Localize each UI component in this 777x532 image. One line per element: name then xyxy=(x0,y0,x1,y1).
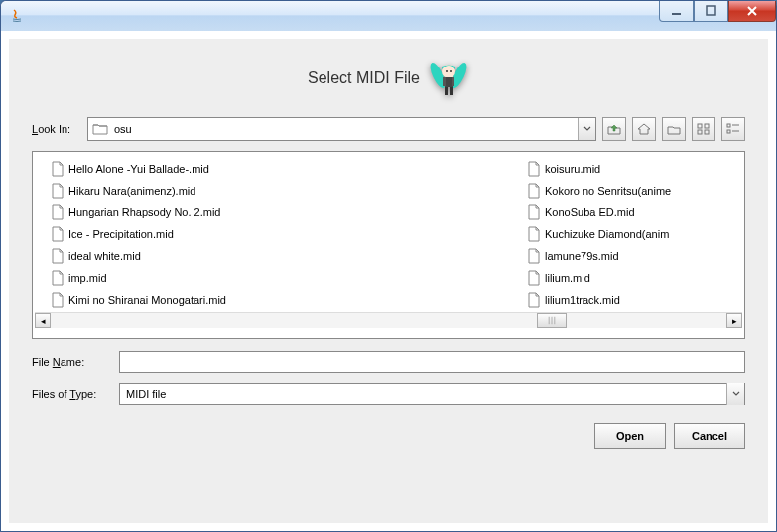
lookin-combo[interactable]: osu xyxy=(87,117,596,141)
dialog-title: Select MIDI File xyxy=(308,69,420,87)
file-item[interactable]: ideal white.mid xyxy=(35,245,511,267)
file-name: koisuru.mid xyxy=(545,163,600,175)
svg-rect-9 xyxy=(450,87,453,95)
filetype-dropdown-button[interactable] xyxy=(726,383,744,405)
filetype-label: Files of Type: xyxy=(32,388,113,400)
minimize-button[interactable] xyxy=(659,1,694,22)
dialog-window: Select MIDI File Look In: xyxy=(0,0,777,532)
new-folder-button[interactable] xyxy=(662,117,686,141)
dialog-content: Select MIDI File Look In: xyxy=(9,39,768,523)
file-name: lilium.mid xyxy=(545,272,590,284)
java-icon xyxy=(9,8,25,24)
scroll-thumb[interactable] xyxy=(537,313,567,328)
svg-rect-8 xyxy=(445,87,448,95)
file-icon xyxy=(51,292,65,308)
maximize-icon xyxy=(706,5,717,17)
svg-rect-7 xyxy=(452,77,454,86)
svg-rect-0 xyxy=(672,13,681,15)
file-icon xyxy=(51,248,65,264)
file-item[interactable]: Kokoro no Senritsu(anime xyxy=(511,180,710,201)
file-item[interactable]: Hikaru Nara(animenz).mid xyxy=(35,180,511,201)
file-icon xyxy=(51,183,65,199)
svg-rect-18 xyxy=(727,130,730,133)
svg-rect-1 xyxy=(707,6,715,15)
up-folder-icon xyxy=(606,122,622,136)
chevron-down-icon xyxy=(583,126,591,132)
dialog-header: Select MIDI File xyxy=(32,58,745,99)
list-view-icon xyxy=(696,122,712,136)
file-name: Kuchizuke Diamond(anim xyxy=(545,228,669,240)
file-item[interactable]: koisuru.mid xyxy=(511,158,710,180)
miku-avatar xyxy=(428,58,469,99)
file-name: lilium1track.mid xyxy=(545,294,620,306)
file-icon xyxy=(51,270,65,286)
file-item[interactable]: Ice - Precipitation.mid xyxy=(35,223,511,245)
svg-rect-12 xyxy=(698,124,702,128)
detail-view-button[interactable] xyxy=(721,117,745,141)
folder-icon xyxy=(92,122,108,136)
file-icon xyxy=(51,204,65,220)
filename-label: File Name: xyxy=(32,356,113,368)
file-item[interactable]: lamune79s.mid xyxy=(511,245,710,267)
file-item[interactable]: lilium1track.mid xyxy=(511,289,710,311)
button-row: Open Cancel xyxy=(32,423,745,449)
file-name: imp.mid xyxy=(68,272,107,284)
file-name: Kokoro no Senritsu(anime xyxy=(545,185,671,197)
window-controls xyxy=(659,1,776,22)
file-icon xyxy=(527,270,541,286)
file-name: lamune79s.mid xyxy=(545,250,619,262)
horizontal-scrollbar[interactable]: ◂ ▸ xyxy=(35,312,742,328)
file-item[interactable]: Hungarian Rhapsody No. 2.mid xyxy=(35,201,511,223)
home-button[interactable] xyxy=(632,117,656,141)
filetype-row: Files of Type: MIDI file xyxy=(32,383,745,405)
svg-point-11 xyxy=(450,70,452,72)
svg-rect-16 xyxy=(727,124,730,127)
file-item[interactable]: imp.mid xyxy=(35,267,511,289)
scroll-left-button[interactable]: ◂ xyxy=(35,313,51,328)
filename-input[interactable] xyxy=(119,351,745,373)
filename-row: File Name: xyxy=(32,351,745,373)
open-button[interactable]: Open xyxy=(594,423,666,449)
lookin-label: Look In: xyxy=(32,123,81,135)
lookin-row: Look In: osu xyxy=(32,117,745,141)
file-name: Hello Alone -Yui Ballade-.mid xyxy=(68,163,209,175)
svg-point-10 xyxy=(446,70,448,72)
new-folder-icon xyxy=(666,122,682,136)
file-list[interactable]: Hello Alone -Yui Ballade-.midHikaru Nara… xyxy=(35,158,742,312)
svg-rect-6 xyxy=(443,77,446,86)
scroll-track[interactable] xyxy=(51,313,726,328)
file-name: Hungarian Rhapsody No. 2.mid xyxy=(68,206,220,218)
svg-rect-15 xyxy=(705,130,709,134)
file-item[interactable]: Kuchizuke Diamond(anim xyxy=(511,223,710,245)
file-icon xyxy=(527,226,541,242)
file-name: Kimi no Shiranai Monogatari.mid xyxy=(68,294,226,306)
file-item[interactable]: Kimi no Shiranai Monogatari.mid xyxy=(35,289,511,311)
file-item[interactable]: KonoSuba ED.mid xyxy=(511,201,710,223)
list-view-button[interactable] xyxy=(692,117,715,141)
file-item[interactable]: lilium.mid xyxy=(511,267,710,289)
file-item[interactable]: Hello Alone -Yui Ballade-.mid xyxy=(35,158,511,180)
scroll-right-button[interactable]: ▸ xyxy=(726,313,742,328)
titlebar[interactable] xyxy=(1,1,776,31)
filetype-combo[interactable]: MIDI file xyxy=(119,383,745,405)
chevron-down-icon xyxy=(732,391,740,397)
svg-rect-5 xyxy=(445,77,453,87)
lookin-dropdown-button[interactable] xyxy=(578,118,595,140)
home-icon xyxy=(636,122,652,136)
file-name: Ice - Precipitation.mid xyxy=(68,228,174,240)
svg-rect-13 xyxy=(705,124,709,128)
close-button[interactable] xyxy=(728,1,776,22)
maximize-button[interactable] xyxy=(694,1,728,22)
file-icon xyxy=(527,248,541,264)
file-icon xyxy=(527,204,541,220)
detail-view-icon xyxy=(725,122,741,136)
svg-rect-14 xyxy=(698,130,702,134)
minimize-icon xyxy=(671,5,683,17)
file-name: KonoSuba ED.mid xyxy=(545,206,635,218)
filetype-value: MIDI file xyxy=(126,388,726,400)
up-folder-button[interactable] xyxy=(602,117,626,141)
file-icon xyxy=(527,292,541,308)
file-name: ideal white.mid xyxy=(68,250,141,262)
cancel-button[interactable]: Cancel xyxy=(674,423,745,449)
file-name: Hikaru Nara(animenz).mid xyxy=(68,185,195,197)
